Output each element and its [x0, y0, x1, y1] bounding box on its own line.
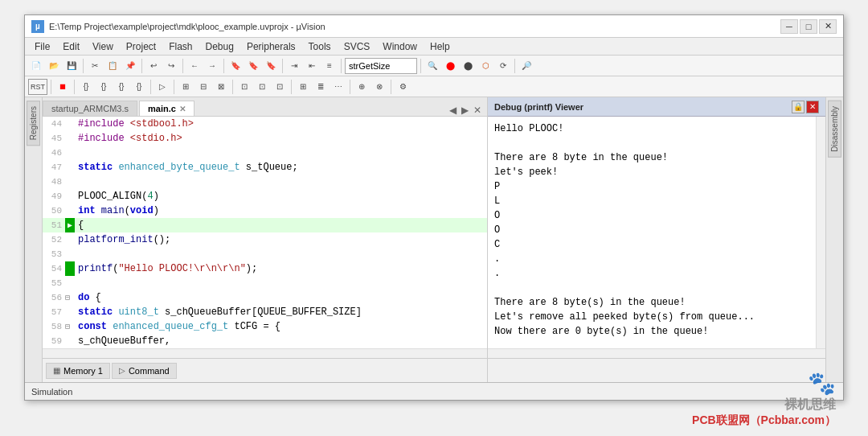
main-window: µ E:\Temp Project\example\project\mdk\pl… — [24, 14, 844, 401]
new-file-button[interactable]: 📄 — [28, 58, 44, 74]
bookmark1-button[interactable]: 🔖 — [227, 58, 244, 74]
tool1-button[interactable]: ⊡ — [236, 79, 252, 95]
search-input[interactable] — [345, 58, 417, 74]
debug-btn-2[interactable]: ⬤ — [460, 58, 476, 74]
menu-file[interactable]: File — [28, 39, 56, 54]
memory1-label: Memory 1 — [63, 366, 103, 376]
tab-left-button[interactable]: ◀ — [447, 105, 459, 116]
save-button[interactable]: 💾 — [63, 58, 80, 74]
right-sidebar: Disassembly — [825, 97, 843, 382]
toolbar-2: RST ⏹ {} {} {} {} ▷ ⊞ ⊟ ⊠ ⊡ ⊡ ⊡ ⊞ ≣ ⋯ ⊕ … — [25, 76, 843, 97]
menu-view[interactable]: View — [86, 39, 120, 54]
tool5-button[interactable]: ≣ — [313, 79, 329, 95]
brace1-button[interactable]: {} — [78, 79, 94, 95]
debug-line-9: C — [494, 237, 809, 252]
code-line-57: 57 static uint8_t s_chQueueBuffer[QUEUE_… — [43, 305, 487, 319]
debug-btn-4[interactable]: ⟳ — [495, 58, 511, 74]
sep2-7 — [350, 80, 350, 94]
sep2-2 — [74, 80, 75, 94]
tab-controls: ◀ ▶ ✕ — [447, 105, 487, 116]
breakpoint-indicator — [65, 261, 75, 276]
debug-btn-1[interactable]: ⬤ — [442, 58, 458, 74]
app-icon: µ — [31, 20, 44, 33]
menu-svcs[interactable]: SVCS — [338, 39, 377, 54]
settings-button[interactable]: ⚙ — [395, 79, 411, 95]
copy-button[interactable]: 📋 — [104, 58, 121, 74]
rst-button[interactable]: RST — [28, 79, 47, 95]
menu-flash[interactable]: Flash — [162, 39, 199, 54]
brace2-button[interactable]: {} — [96, 79, 112, 95]
debug-line-13: There are 8 byte(s) in the queue! — [494, 295, 809, 310]
tab-main[interactable]: main.c ✕ — [139, 101, 194, 116]
command-icon: ▷ — [119, 366, 125, 375]
tab-main-close[interactable]: ✕ — [179, 105, 186, 113]
memory1-icon: ▦ — [53, 366, 60, 375]
debug-line-10: . — [494, 252, 809, 266]
run-button[interactable]: ▷ — [154, 79, 170, 95]
menu-peripherals[interactable]: Peripherals — [240, 39, 302, 54]
close-button[interactable]: ✕ — [819, 19, 837, 34]
view1-button[interactable]: ⊞ — [178, 79, 194, 95]
sep-2 — [141, 59, 142, 73]
tab-close-pane-button[interactable]: ✕ — [471, 105, 484, 116]
debug-btn-3[interactable]: ⬡ — [477, 58, 493, 74]
nav-fwd-button[interactable]: → — [204, 58, 220, 74]
disassembly-tab[interactable]: Disassembly — [828, 101, 841, 158]
editor-h-scrollbar[interactable] — [43, 348, 487, 358]
brace3-button[interactable]: {} — [113, 79, 129, 95]
maximize-button[interactable]: □ — [800, 19, 817, 34]
debug-lock-button[interactable]: 🔒 — [792, 101, 805, 113]
menu-window[interactable]: Window — [376, 39, 424, 54]
registers-tab[interactable]: Registers — [27, 101, 40, 146]
menu-tools[interactable]: Tools — [302, 39, 338, 54]
tool2-button[interactable]: ⊡ — [254, 79, 270, 95]
zoom-button[interactable]: 🔎 — [518, 58, 534, 74]
tool7-button[interactable]: ⊕ — [354, 79, 370, 95]
undo-button[interactable]: ↩ — [145, 58, 162, 74]
menu-edit[interactable]: Edit — [56, 39, 86, 54]
debug-pane: Debug (printf) Viewer 🔒 ✕ Hello PLOOC! T… — [488, 97, 825, 382]
view2-button[interactable]: ⊟ — [195, 79, 211, 95]
paste-button[interactable]: 📌 — [122, 58, 138, 74]
watermark-line2: PCB联盟网（Pcbbar.com） — [692, 413, 836, 428]
debug-line-6: L — [494, 194, 809, 208]
view3-button[interactable]: ⊠ — [213, 79, 229, 95]
debug-line-15: Now there are 0 byte(s) in the queue! — [494, 324, 809, 339]
bookmark2-button[interactable]: 🔖 — [245, 58, 261, 74]
code-editor[interactable]: 44 #include <stdbool.h> 45 #include <std… — [43, 117, 487, 348]
bookmark3-button[interactable]: 🔖 — [263, 58, 279, 74]
cut-button[interactable]: ✂ — [87, 58, 103, 74]
open-button[interactable]: 📂 — [46, 58, 62, 74]
brace4-button[interactable]: {} — [131, 79, 147, 95]
format-button[interactable]: ≡ — [321, 58, 338, 74]
sep-6 — [341, 59, 342, 73]
minimize-button[interactable]: ─ — [780, 19, 798, 34]
redo-button[interactable]: ↪ — [163, 58, 179, 74]
menu-help[interactable]: Help — [424, 39, 457, 54]
memory1-tab[interactable]: ▦ Memory 1 — [46, 363, 110, 379]
debug-title: Debug (printf) Viewer — [494, 102, 792, 112]
menu-debug[interactable]: Debug — [199, 39, 240, 54]
outdent-button[interactable]: ⇤ — [304, 58, 320, 74]
tool3-button[interactable]: ⊡ — [272, 79, 288, 95]
tab-right-button[interactable]: ▶ — [459, 105, 471, 116]
code-line-45: 45 #include <stdio.h> — [43, 131, 487, 146]
menu-project[interactable]: Project — [120, 39, 162, 54]
command-tab[interactable]: ▷ Command — [112, 363, 177, 379]
code-line-56: 56 ⊟ do { — [43, 290, 487, 305]
tab-startup[interactable]: startup_ARMCM3.s — [43, 101, 137, 116]
search-go-button[interactable]: 🔍 — [424, 58, 440, 74]
nav-back-button[interactable]: ← — [186, 58, 203, 74]
debug-line-14: Let's remove all peeked byte(s) from que… — [494, 310, 809, 324]
tool6-button[interactable]: ⋯ — [330, 79, 346, 95]
debug-h-scrollbar[interactable] — [488, 348, 825, 358]
stop-button[interactable]: ⏹ — [55, 79, 71, 95]
tool4-button[interactable]: ⊞ — [295, 79, 311, 95]
debug-v-scrollbar[interactable] — [816, 117, 825, 348]
sep-1 — [83, 59, 84, 73]
tool8-button[interactable]: ⊗ — [371, 79, 387, 95]
debug-close-button[interactable]: ✕ — [806, 101, 819, 113]
sep2-8 — [391, 80, 391, 94]
debug-line-1: Hello PLOOC! — [494, 121, 809, 136]
indent-button[interactable]: ⇥ — [286, 58, 302, 74]
